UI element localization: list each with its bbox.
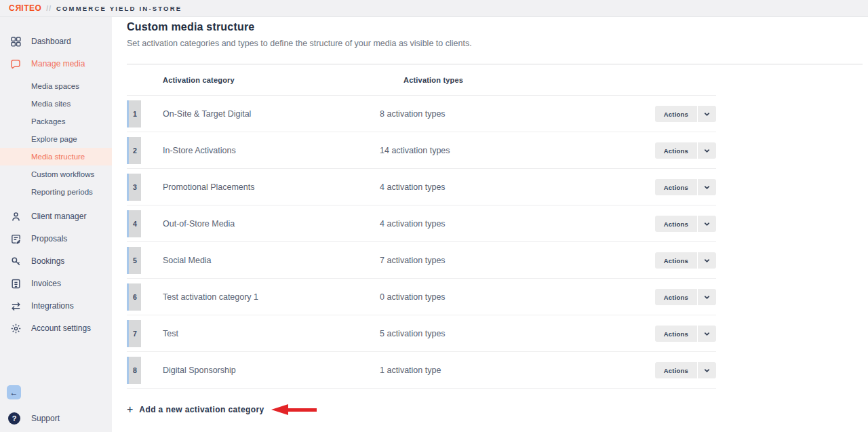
- sidebar-item-invoices[interactable]: Invoices: [0, 275, 112, 292]
- sidebar-item-integrations[interactable]: Integrations: [0, 297, 112, 315]
- activation-category-cell: Digital Sponsorship: [163, 352, 236, 389]
- sidebar-item-custom-workflows[interactable]: Custom workflows: [0, 165, 112, 183]
- sidebar-item-explore-page[interactable]: Explore page: [0, 130, 112, 148]
- actions-dropdown-toggle[interactable]: [698, 252, 716, 269]
- table-row: 8 Digital Sponsorship 1 activation type …: [127, 352, 716, 389]
- activation-category-cell: In-Store Activations: [163, 132, 236, 169]
- support-label: Support: [31, 414, 60, 423]
- sidebar-item-dashboard[interactable]: Dashboard: [0, 33, 112, 50]
- sidebar-item-label: Invoices: [31, 279, 61, 288]
- left-arrow-icon: ←: [10, 388, 18, 397]
- actions-split-button[interactable]: Actions: [655, 216, 716, 232]
- actions-dropdown-toggle[interactable]: [698, 326, 716, 342]
- actions-split-button[interactable]: Actions: [655, 252, 716, 269]
- activation-types-cell: 5 activation types: [380, 315, 446, 352]
- actions-button[interactable]: Actions: [655, 362, 697, 378]
- support-link[interactable]: ? Support: [8, 412, 60, 425]
- actions-split-button[interactable]: Actions: [655, 362, 716, 378]
- chevron-down-icon: [703, 330, 711, 338]
- main-content: Custom media structure Set activation ca…: [112, 17, 868, 432]
- table-header-row: Activation category Activation types: [127, 64, 716, 96]
- actions-button[interactable]: Actions: [655, 326, 697, 342]
- actions-button[interactable]: Actions: [655, 106, 697, 122]
- sidebar-item-media-spaces[interactable]: Media spaces: [0, 77, 112, 95]
- sidebar-item-label: Dashboard: [31, 37, 71, 46]
- actions-split-button[interactable]: Actions: [655, 179, 716, 195]
- actions-dropdown-toggle[interactable]: [698, 179, 716, 195]
- logo-divider: //: [46, 5, 52, 12]
- row-drag-handle[interactable]: 8: [127, 357, 141, 384]
- sidebar-item-label: Proposals: [31, 234, 67, 243]
- activation-types-cell: 14 activation types: [380, 132, 450, 169]
- sidebar-item-media-structure[interactable]: Media structure: [0, 148, 112, 165]
- actions-button[interactable]: Actions: [655, 252, 697, 269]
- chevron-down-icon: [703, 184, 711, 191]
- activation-category-cell: Test: [163, 315, 178, 352]
- actions-button[interactable]: Actions: [655, 142, 697, 159]
- activation-types-cell: 4 activation types: [380, 205, 446, 242]
- table-row: 7 Test 5 activation types Actions: [127, 315, 716, 352]
- chevron-down-icon: [703, 147, 711, 155]
- row-drag-handle[interactable]: 6: [127, 283, 141, 311]
- sidebar-item-client-manager[interactable]: Client manager: [0, 208, 112, 225]
- actions-button[interactable]: Actions: [655, 289, 697, 305]
- actions-split-button[interactable]: Actions: [655, 142, 716, 159]
- annotation-arrow-icon: [271, 404, 317, 415]
- table-row: 2 In-Store Activations 14 activation typ…: [127, 132, 716, 169]
- top-app-bar: CRITEO // COMMERCE YIELD IN-STORE: [0, 0, 868, 17]
- sync-arrows-icon: [9, 300, 22, 312]
- activation-types-cell: 1 activation type: [380, 352, 441, 389]
- chevron-down-icon: [703, 111, 711, 118]
- actions-dropdown-toggle[interactable]: [698, 362, 716, 378]
- activation-types-cell: 4 activation types: [380, 169, 446, 205]
- sidebar-item-account-settings[interactable]: Account settings: [0, 319, 112, 337]
- chevron-down-icon: [703, 257, 711, 264]
- actions-dropdown-toggle[interactable]: [698, 142, 716, 159]
- actions-split-button[interactable]: Actions: [655, 106, 716, 122]
- add-category-row: + Add a new activation category: [127, 404, 863, 416]
- actions-button[interactable]: Actions: [655, 179, 697, 195]
- sidebar-item-reporting-periods[interactable]: Reporting periods: [0, 183, 112, 201]
- activation-types-cell: 7 activation types: [380, 242, 446, 279]
- sidebar-collapse-button[interactable]: ←: [7, 385, 21, 399]
- activation-category-cell: Promotional Placements: [163, 169, 254, 205]
- actions-dropdown-toggle[interactable]: [698, 289, 716, 305]
- row-drag-handle[interactable]: 3: [127, 174, 141, 201]
- actions-dropdown-toggle[interactable]: [698, 216, 716, 232]
- add-activation-category-button[interactable]: Add a new activation category: [139, 405, 264, 414]
- row-drag-handle[interactable]: 7: [127, 320, 141, 347]
- row-drag-handle[interactable]: 2: [127, 137, 141, 164]
- sidebar-item-label: Integrations: [31, 301, 74, 311]
- invoice-document-icon: [9, 277, 22, 290]
- actions-split-button[interactable]: Actions: [655, 289, 716, 305]
- sidebar-subnav-manage-media: Media spaces Media sites Packages Explor…: [0, 77, 112, 201]
- question-mark-icon: ?: [8, 412, 20, 425]
- sidebar-item-manage-media[interactable]: Manage media: [0, 55, 112, 73]
- table-row: 1 On-Site & Target Digital 8 activation …: [127, 96, 716, 132]
- sidebar: Dashboard Manage media Media spaces Medi…: [0, 17, 112, 432]
- page-subtitle: Set activation categories and types to d…: [127, 39, 863, 48]
- actions-dropdown-toggle[interactable]: [698, 106, 716, 122]
- sidebar-item-packages[interactable]: Packages: [0, 113, 112, 130]
- table-row: 3 Promotional Placements 4 activation ty…: [127, 169, 716, 205]
- row-drag-handle[interactable]: 4: [127, 210, 141, 237]
- criteo-logo[interactable]: CRITEO: [9, 3, 41, 13]
- activation-category-cell: On-Site & Target Digital: [163, 96, 251, 132]
- table-row: 5 Social Media 7 activation types Action…: [127, 242, 716, 279]
- sidebar-item-media-sites[interactable]: Media sites: [0, 95, 112, 113]
- column-header-activation-types: Activation types: [403, 64, 463, 96]
- row-drag-handle[interactable]: 5: [127, 247, 141, 274]
- page-title: Custom media structure: [127, 20, 863, 34]
- sidebar-item-bookings[interactable]: Bookings: [0, 252, 112, 270]
- sidebar-item-proposals[interactable]: Proposals: [0, 230, 112, 248]
- actions-split-button[interactable]: Actions: [655, 326, 716, 342]
- chevron-down-icon: [703, 220, 711, 228]
- person-icon: [9, 210, 22, 222]
- plus-icon: +: [127, 404, 133, 416]
- key-icon: [9, 255, 22, 267]
- row-drag-handle[interactable]: 1: [127, 100, 141, 127]
- actions-button[interactable]: Actions: [655, 216, 697, 232]
- activation-category-cell: Out-of-Store Media: [163, 205, 235, 242]
- table-row: 4 Out-of-Store Media 4 activation types …: [127, 205, 716, 242]
- gear-icon: [9, 322, 22, 334]
